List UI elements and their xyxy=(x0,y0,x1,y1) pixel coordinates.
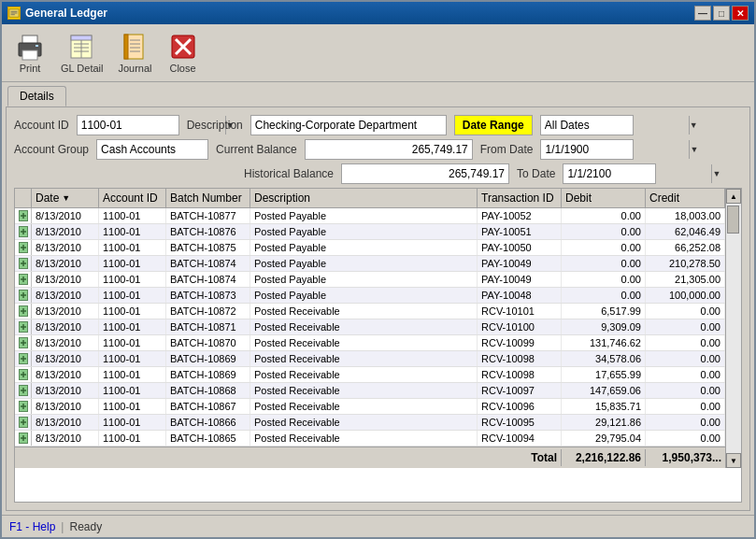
row-expand-icon[interactable] xyxy=(19,274,28,285)
close-button[interactable]: Close xyxy=(161,28,206,78)
date-range-arrow[interactable]: ▼ xyxy=(689,116,698,135)
th-trans[interactable]: Transaction ID xyxy=(478,189,562,207)
row-expand-icon[interactable] xyxy=(19,226,28,237)
scroll-track[interactable] xyxy=(726,204,741,453)
th-debit[interactable]: Debit xyxy=(562,189,646,207)
table-row[interactable]: 8/13/2010 1100-01 BATCH-10869 Posted Rec… xyxy=(15,367,725,383)
table-row[interactable]: 8/13/2010 1100-01 BATCH-10870 Posted Rec… xyxy=(15,335,725,351)
th-date[interactable]: Date ▼ xyxy=(32,189,99,207)
th-batch[interactable]: Batch Number xyxy=(166,189,250,207)
cell-batch: BATCH-10875 xyxy=(166,240,250,255)
close-window-button[interactable]: ✕ xyxy=(732,6,749,21)
cell-batch: BATCH-10876 xyxy=(166,224,250,239)
date-range-select[interactable]: ▼ xyxy=(540,115,634,135)
gl-detail-button[interactable]: GL Detail xyxy=(54,28,109,78)
from-date-field[interactable]: ▼ xyxy=(540,139,634,160)
th-date-sort[interactable]: ▼ xyxy=(62,193,70,203)
cell-account: 1100-01 xyxy=(99,351,166,366)
th-batch-label: Batch Number xyxy=(170,191,242,205)
cell-debit: 0.00 xyxy=(562,288,646,303)
table-row[interactable]: 8/13/2010 1100-01 BATCH-10865 Posted Rec… xyxy=(15,431,725,447)
scrollbar[interactable]: ▲ ▼ xyxy=(725,189,741,468)
to-date-input[interactable] xyxy=(563,165,711,182)
table-row[interactable]: 8/13/2010 1100-01 BATCH-10866 Posted Rec… xyxy=(15,415,725,431)
scroll-up[interactable]: ▲ xyxy=(726,189,741,204)
print-icon xyxy=(15,32,45,62)
main-window: General Ledger — □ ✕ Print xyxy=(0,0,756,539)
date-range-button[interactable]: Date Range xyxy=(454,115,533,135)
historical-balance-input xyxy=(341,163,509,184)
th-account[interactable]: Account ID xyxy=(99,189,166,207)
description-input[interactable] xyxy=(250,115,447,135)
account-id-label: Account ID xyxy=(14,119,69,132)
row-icon-cell xyxy=(15,240,32,255)
total-credit: 1,950,373... xyxy=(646,449,725,466)
table-row[interactable]: 8/13/2010 1100-01 BATCH-10874 Posted Pay… xyxy=(15,272,725,288)
table-with-scroll: Date ▼ Account ID Batch Number Descripti… xyxy=(15,189,741,468)
row-expand-icon[interactable] xyxy=(19,242,28,253)
from-date-label: From Date xyxy=(480,143,534,156)
th-account-label: Account ID xyxy=(103,191,158,205)
from-date-input[interactable] xyxy=(541,141,689,158)
th-trans-label: Transaction ID xyxy=(481,191,554,205)
cell-trans: RCV-10098 xyxy=(478,367,562,382)
row-expand-icon[interactable] xyxy=(19,337,28,348)
table-row[interactable]: 8/13/2010 1100-01 BATCH-10868 Posted Rec… xyxy=(15,383,725,399)
th-desc[interactable]: Description xyxy=(250,189,478,207)
table-row[interactable]: 8/13/2010 1100-01 BATCH-10871 Posted Rec… xyxy=(15,319,725,335)
row-expand-icon[interactable] xyxy=(19,401,28,412)
cell-trans: RCV-10101 xyxy=(478,304,562,319)
cell-debit: 0.00 xyxy=(562,256,646,271)
journal-button[interactable]: Journal xyxy=(111,28,158,78)
row-expand-icon[interactable] xyxy=(19,369,28,380)
close-label: Close xyxy=(169,63,195,74)
cell-desc: Posted Payable xyxy=(250,288,478,303)
cell-date: 8/13/2010 xyxy=(32,256,99,271)
row-expand-icon[interactable] xyxy=(19,433,28,444)
gl-detail-label: GL Detail xyxy=(61,63,103,74)
cell-desc: Posted Receivable xyxy=(250,351,478,366)
scroll-thumb[interactable] xyxy=(727,206,739,234)
table-row[interactable]: 8/13/2010 1100-01 BATCH-10869 Posted Rec… xyxy=(15,351,725,367)
print-button[interactable]: Print xyxy=(7,28,52,78)
row-icon-cell xyxy=(15,272,32,287)
cell-credit: 0.00 xyxy=(646,399,725,414)
account-group-input[interactable] xyxy=(96,139,208,160)
title-buttons: — □ ✕ xyxy=(694,6,749,21)
table-row[interactable]: 8/13/2010 1100-01 BATCH-10867 Posted Rec… xyxy=(15,399,725,415)
scroll-down[interactable]: ▼ xyxy=(726,453,741,468)
to-date-arrow[interactable]: ▼ xyxy=(711,164,720,183)
from-date-arrow[interactable]: ▼ xyxy=(689,140,698,159)
cell-credit: 0.00 xyxy=(646,319,725,334)
row-expand-icon[interactable] xyxy=(19,353,28,364)
to-date-field[interactable]: ▼ xyxy=(563,163,656,184)
table-row[interactable]: 8/13/2010 1100-01 BATCH-10872 Posted Rec… xyxy=(15,304,725,319)
row-expand-icon[interactable] xyxy=(19,305,28,317)
maximize-button[interactable]: □ xyxy=(713,6,730,21)
row-expand-icon[interactable] xyxy=(19,290,28,301)
table-row[interactable]: 8/13/2010 1100-01 BATCH-10876 Posted Pay… xyxy=(15,224,725,240)
row-expand-icon[interactable] xyxy=(19,210,28,221)
tab-details[interactable]: Details xyxy=(7,86,66,106)
table-row[interactable]: 8/13/2010 1100-01 BATCH-10877 Posted Pay… xyxy=(15,208,725,224)
row-expand-icon[interactable] xyxy=(19,417,28,428)
cell-trans: PAY-10048 xyxy=(478,288,562,303)
row-expand-icon[interactable] xyxy=(19,385,28,396)
table-row[interactable]: 8/13/2010 1100-01 BATCH-10875 Posted Pay… xyxy=(15,240,725,256)
cell-batch: BATCH-10868 xyxy=(166,383,250,398)
row-expand-icon[interactable] xyxy=(19,258,28,269)
th-icon xyxy=(15,189,32,207)
table-row[interactable]: 8/13/2010 1100-01 BATCH-10874 Posted Pay… xyxy=(15,256,725,272)
cell-date: 8/13/2010 xyxy=(32,335,99,350)
total-label: Total xyxy=(478,449,562,466)
cell-credit: 0.00 xyxy=(646,304,725,319)
cell-desc: Posted Receivable xyxy=(250,415,478,430)
th-credit[interactable]: Credit xyxy=(646,189,725,207)
row-expand-icon[interactable] xyxy=(19,321,28,333)
minimize-button[interactable]: — xyxy=(694,6,711,21)
table-row[interactable]: 8/13/2010 1100-01 BATCH-10873 Posted Pay… xyxy=(15,288,725,304)
cell-account: 1100-01 xyxy=(99,224,166,239)
table-body: 8/13/2010 1100-01 BATCH-10877 Posted Pay… xyxy=(15,208,725,447)
date-range-input[interactable] xyxy=(541,117,689,134)
account-id-field[interactable]: ▼ xyxy=(77,115,179,135)
